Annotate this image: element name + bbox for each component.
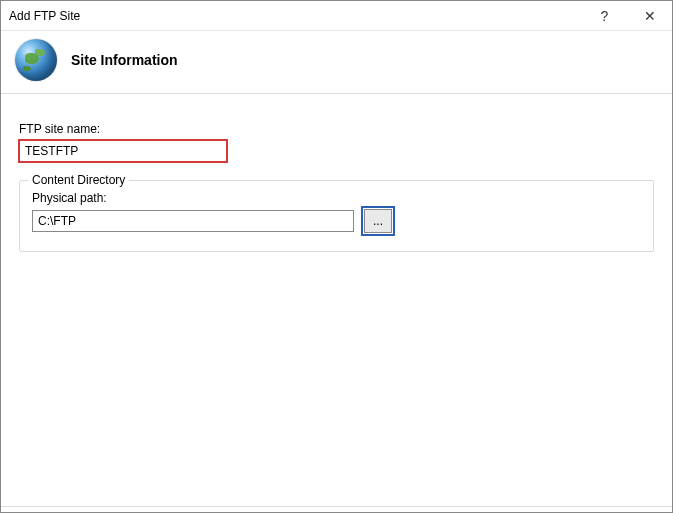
site-name-label: FTP site name:	[19, 122, 654, 136]
content-directory-group: Content Directory Physical path: ...	[19, 180, 654, 252]
help-button[interactable]: ?	[582, 1, 627, 30]
physical-path-label: Physical path:	[32, 191, 641, 205]
wizard-header: Site Information	[1, 31, 672, 94]
physical-path-input[interactable]	[32, 210, 354, 232]
titlebar-controls: ? ✕	[582, 1, 672, 30]
ellipsis-icon: ...	[373, 214, 383, 228]
site-name-input[interactable]	[19, 140, 227, 162]
titlebar: Add FTP Site ? ✕	[1, 1, 672, 31]
wizard-footer: Previous Next Finish Cancel	[1, 506, 672, 513]
browse-button[interactable]: ...	[364, 209, 392, 233]
wizard-content: FTP site name: Content Directory Physica…	[1, 94, 672, 506]
globe-icon	[15, 39, 57, 81]
content-directory-legend: Content Directory	[28, 173, 129, 187]
page-title: Site Information	[71, 52, 178, 68]
window-title: Add FTP Site	[9, 9, 80, 23]
close-button[interactable]: ✕	[627, 1, 672, 30]
